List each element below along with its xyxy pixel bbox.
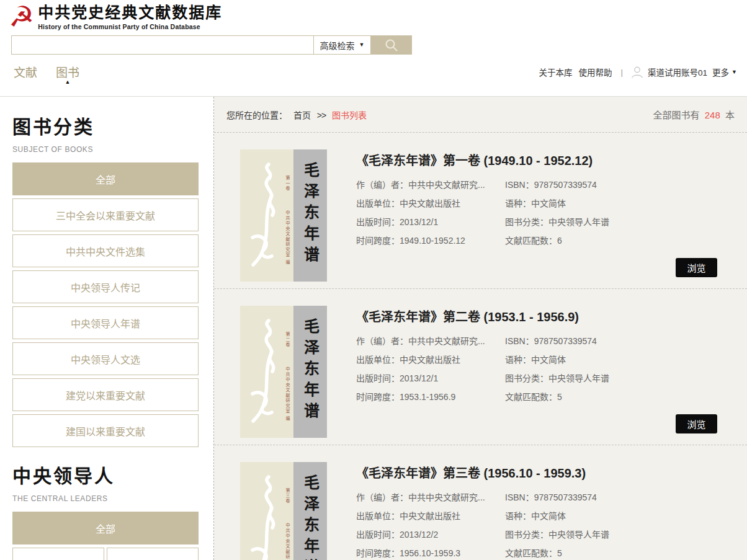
breadcrumb-home-link[interactable]: 首页 [293,110,311,120]
book-title[interactable]: 《毛泽东年谱》第三卷 (1956.10 - 1959.3) [356,463,716,481]
leader-zhou-enlai[interactable]: 周恩来 [107,548,199,560]
meta-pubdate: 出版时间：2013/12/2 [356,530,505,540]
meta-value: 9787507339574 [534,336,597,346]
search-input[interactable] [11,35,313,55]
meta-isbn: ISBN：9787507339574 [505,336,716,346]
more-menu[interactable]: 更多 ▼ [712,66,737,78]
site-logo[interactable]: ☭ 中共党史经典文献数据库 History of the Communist P… [9,3,222,30]
breadcrumb: 您所在的位置： 首页 >> 图书列表 [226,109,367,121]
meta-label: 出版单位： [356,355,400,365]
tab-documents[interactable]: 文献 [14,63,37,80]
breadcrumb-prefix: 您所在的位置： [226,110,287,120]
cover-spine-panel: 毛泽东年谱 [293,306,327,438]
cover-calligraphy-panel: 第二卷 中共中央文献研究室 编 [240,306,293,438]
category-leader-chronicles[interactable]: 中央领导人年谱 [12,306,199,339]
meta-label: 语种： [505,198,531,208]
cover-spine-title: 毛泽东年谱 [303,162,318,282]
tab-books-label: 图书 [56,66,79,79]
total-books-count: 全部图书有 248 本 [653,108,735,121]
chevron-down-icon: ▼ [359,42,365,48]
meta-label: 出版时间： [356,373,400,383]
category-leader-selected-works[interactable]: 中央领导人文选 [12,342,199,375]
meta-language: 语种：中文简体 [505,355,716,365]
meta-value: 中央领导人年谱 [548,373,609,383]
book-info: 《毛泽东年谱》第二卷 (1953.1 - 1956.9) 作（编）者：中共中央文… [356,306,716,438]
meta-label: 文献匹配数： [505,236,557,246]
book-metadata: 作（编）者：中共中央文献研究... ISBN：9787507339574 出版单… [356,492,716,558]
meta-author: 作（编）者：中共中央文献研究... [356,492,505,502]
meta-label: 作（编）者： [356,492,408,502]
meta-language: 语种：中文简体 [505,511,716,521]
book-entry: 第一卷 中共中央文献研究室 编 毛泽东年谱 《毛泽东年谱》第一卷 (1949.1… [214,133,747,289]
main-panel: 您所在的位置： 首页 >> 图书列表 全部图书有 248 本 [214,97,747,560]
help-link[interactable]: 使用帮助 [579,66,612,78]
meta-match-count: 文献匹配数：6 [505,236,716,246]
book-cover[interactable]: 第二卷 中共中央文献研究室 编 毛泽东年谱 [240,306,327,438]
book-title[interactable]: 《毛泽东年谱》第一卷 (1949.10 - 1952.12) [356,151,716,169]
tab-documents-label: 文献 [14,66,37,79]
search-button[interactable] [371,35,412,55]
cover-editor-label: 中共中央文献研究室 编 [284,367,290,421]
meta-pubdate: 出版时间：2013/12/1 [356,373,505,383]
breadcrumb-bar: 您所在的位置： 首页 >> 图书列表 全部图书有 248 本 [214,97,747,133]
category-since-party-founding-docs[interactable]: 建党以来重要文献 [12,378,199,411]
central-leaders-heading: 中央领导人 [12,461,201,488]
cover-spine-title: 毛泽东年谱 [303,318,318,438]
meta-label: 时间跨度： [356,392,400,402]
category-central-committee-selected-docs[interactable]: 中共中央文件选集 [12,234,199,267]
logo-text-block: 中共党史经典文献数据库 History of the Communist Par… [38,3,222,30]
meta-label: 图书分类： [505,373,548,383]
category-all[interactable]: 全部 [12,162,199,195]
advanced-search-dropdown[interactable]: 高级检索 ▼ [313,35,371,55]
meta-value: 中共中央文献研究... [408,336,485,346]
sidebar: 图书分类 SUBJECT OF BOOKS 全部 三中全会以来重要文献 中共中央… [0,97,214,560]
meta-value: 中央文献出版社 [400,355,460,365]
cover-calligraphy-panel: 第三卷 中共中央文献研究室 编 [240,462,293,560]
meta-label: 时间跨度： [356,548,400,558]
leader-mao-zedong[interactable]: 毛泽东 [12,548,104,560]
book-cover[interactable]: 第三卷 中共中央文献研究室 编 毛泽东年谱 [240,462,327,560]
meta-label: 文献匹配数： [505,548,557,558]
advanced-search-label: 高级检索 [320,39,355,51]
meta-value: 中央文献出版社 [400,198,460,208]
search-icon [383,37,400,53]
user-icon [630,65,644,79]
about-link[interactable]: 关于本库 [539,66,573,78]
book-metadata: 作（编）者：中共中央文献研究... ISBN：9787507339574 出版单… [356,336,716,402]
meta-value: 9787507339574 [534,492,597,502]
meta-label: 作（编）者： [356,180,408,190]
meta-label: 语种： [505,355,531,365]
book-info: 《毛泽东年谱》第三卷 (1956.10 - 1959.3) 作（编）者：中共中央… [356,462,716,560]
meta-value: 1956.10-1959.3 [400,548,460,558]
count-number: 248 [705,110,720,120]
category-leader-biographies[interactable]: 中央领导人传记 [12,270,199,303]
browse-button[interactable]: 浏览 [676,258,717,277]
tab-books[interactable]: 图书 ▲ [56,63,79,80]
meta-label: 图书分类： [505,530,548,540]
meta-value: 中文简体 [531,511,566,521]
search-bar: 高级检索 ▼ [11,35,412,55]
cover-volume-label: 第二卷 [284,332,290,348]
meta-category: 图书分类：中央领导人年谱 [505,530,716,540]
leader-all[interactable]: 全部 [12,512,199,544]
category-third-plenary-docs[interactable]: 三中全会以来重要文献 [12,198,199,231]
mao-signature-calligraphy-icon [244,471,285,560]
content-area: 图书分类 SUBJECT OF BOOKS 全部 三中全会以来重要文献 中共中央… [0,96,747,560]
chevron-down-icon: ▼ [731,69,737,75]
meta-label: ISBN： [505,180,534,190]
meta-value: 5 [557,392,562,402]
mao-signature-calligraphy-icon [244,314,285,426]
meta-value: 中央文献出版社 [400,511,460,521]
book-title[interactable]: 《毛泽东年谱》第二卷 (1953.1 - 1956.9) [356,307,716,325]
browse-button[interactable]: 浏览 [676,414,717,433]
meta-publisher: 出版单位：中央文献出版社 [356,511,505,521]
meta-language: 语种：中文简体 [505,198,716,208]
account-name[interactable]: 渠道试用账号01 [648,66,707,78]
mao-signature-calligraphy-icon [244,158,285,270]
meta-category: 图书分类：中央领导人年谱 [505,217,716,227]
meta-value: 2013/12/2 [400,530,438,540]
book-cover[interactable]: 第一卷 中共中央文献研究室 编 毛泽东年谱 [240,149,327,282]
meta-label: ISBN： [505,492,534,502]
cover-spine-panel: 毛泽东年谱 [293,462,327,560]
category-since-prc-founding-docs[interactable]: 建国以来重要文献 [12,414,199,447]
